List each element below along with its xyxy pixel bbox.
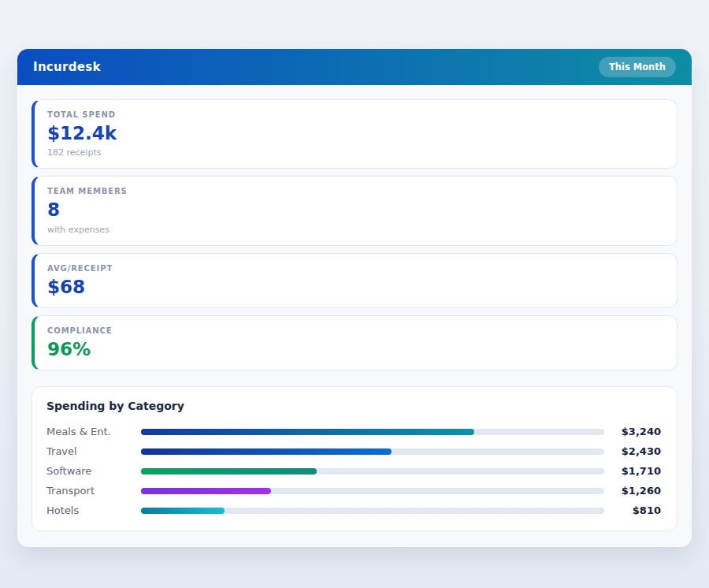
stat-card: AVG/RECEIPT $68 <box>32 253 677 308</box>
category-label: Transport <box>46 485 141 497</box>
category-value: $1,260 <box>604 485 661 497</box>
category-bar-fill <box>141 468 317 474</box>
stat-label: AVG/RECEIPT <box>47 264 664 273</box>
category-value: $2,430 <box>604 445 661 457</box>
category-row: Travel$2,430 <box>46 441 661 461</box>
stat-value: 8 <box>47 200 664 220</box>
period-badge[interactable]: This Month <box>599 57 676 77</box>
category-row: Transport$1,260 <box>46 481 661 501</box>
category-row: Meals & Ent.$3,240 <box>46 422 661 441</box>
app-title: Incurdesk <box>33 60 101 74</box>
category-value: $810 <box>604 504 661 516</box>
category-rows: Meals & Ent.$3,240Travel$2,430Software$1… <box>46 422 661 520</box>
stat-value: $68 <box>47 277 664 297</box>
category-label: Travel <box>46 445 141 457</box>
category-bar-fill <box>141 488 271 494</box>
stat-value: 96% <box>47 340 664 359</box>
category-label: Meals & Ent. <box>46 426 141 437</box>
section-title: Spending by Category <box>46 400 661 412</box>
app-header: Incurdesk This Month <box>17 49 692 85</box>
category-value: $1,710 <box>604 465 661 477</box>
category-bar-track <box>141 448 604 455</box>
category-value: $3,240 <box>604 426 661 437</box>
category-bar-fill <box>141 448 392 455</box>
stat-card: COMPLIANCE 96% <box>32 315 677 370</box>
stat-card: TEAM MEMBERS 8 with expenses <box>32 176 677 245</box>
spending-by-category-card: Spending by Category Meals & Ent.$3,240T… <box>32 386 677 531</box>
category-label: Hotels <box>46 504 141 516</box>
stat-label: TEAM MEMBERS <box>47 187 664 195</box>
category-row: Hotels$810 <box>46 501 661 520</box>
dashboard-card: Incurdesk This Month TOTAL SPEND $12.4k … <box>17 49 692 547</box>
stat-sub: 182 receipts <box>47 147 664 158</box>
stat-label: COMPLIANCE <box>47 326 664 335</box>
category-label: Software <box>46 465 141 477</box>
category-bar-track <box>141 468 604 474</box>
stat-value: $12.4k <box>47 124 664 143</box>
category-row: Software$1,710 <box>46 461 661 481</box>
stat-sub: with expenses <box>47 225 664 235</box>
category-bar-track <box>141 508 604 514</box>
category-bar-track <box>141 429 604 435</box>
category-bar-fill <box>141 508 225 514</box>
stat-card: TOTAL SPEND $12.4k 182 receipts <box>32 99 677 169</box>
category-bar-track <box>141 488 604 494</box>
category-bar-fill <box>141 429 474 435</box>
card-body: TOTAL SPEND $12.4k 182 receipts TEAM MEM… <box>17 85 692 547</box>
stat-label: TOTAL SPEND <box>47 110 664 119</box>
